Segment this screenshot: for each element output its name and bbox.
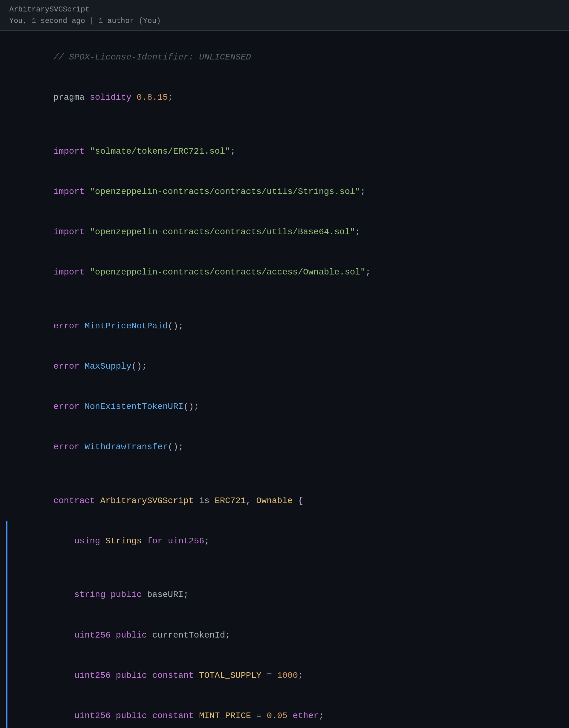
keyword-token: solidity bbox=[90, 93, 131, 102]
code-line bbox=[6, 467, 560, 480]
plain-token bbox=[147, 671, 152, 680]
plain-token bbox=[287, 711, 293, 721]
special-token: TOTAL_SUPPLY bbox=[199, 671, 262, 680]
plain-token bbox=[53, 590, 74, 599]
file-breadcrumb: ArbitrarySVGScript bbox=[9, 5, 90, 14]
keyword-token: import bbox=[53, 187, 85, 196]
string-token: "openzeppelin-contracts/contracts/utils/… bbox=[90, 187, 360, 196]
plain-token: (); bbox=[168, 321, 183, 331]
code-line: error MaxSupply(); bbox=[6, 346, 560, 386]
func-name-token: WithdrawTransfer bbox=[85, 442, 168, 452]
keyword-token: constant bbox=[152, 671, 194, 680]
code-line: import "openzeppelin-contracts/contracts… bbox=[6, 171, 560, 212]
plain-token bbox=[79, 402, 85, 411]
line-text bbox=[9, 292, 560, 306]
plain-token: ; bbox=[318, 711, 324, 721]
plain-token bbox=[163, 536, 168, 546]
code-line bbox=[6, 292, 560, 306]
plain-token bbox=[85, 267, 90, 277]
line-gutter bbox=[6, 171, 9, 212]
special-token: MINT_PRICE bbox=[199, 711, 251, 721]
code-line: pragma solidity 0.8.15; bbox=[6, 77, 560, 118]
line-gutter bbox=[6, 467, 9, 480]
plain-token bbox=[111, 671, 116, 680]
line-gutter bbox=[6, 387, 9, 427]
plain-token: ; bbox=[298, 671, 303, 680]
line-gutter bbox=[6, 615, 9, 655]
code-line: import "openzeppelin-contracts/contracts… bbox=[6, 252, 560, 292]
code-line: string public baseURI; bbox=[6, 575, 560, 615]
func-name-token: MintPriceNotPaid bbox=[85, 321, 168, 331]
keyword-token: using bbox=[74, 536, 100, 546]
line-text: error MintPriceNotPaid(); bbox=[9, 306, 560, 346]
line-text: uint256 public currentTokenId; bbox=[9, 615, 560, 655]
type-token: ArbitrarySVGScript bbox=[100, 496, 194, 506]
code-line: error WithdrawTransfer(); bbox=[6, 427, 560, 467]
code-line bbox=[6, 561, 560, 575]
plain-token bbox=[142, 536, 147, 546]
line-gutter bbox=[6, 292, 9, 306]
plain-token: ; bbox=[204, 536, 210, 546]
line-text: // SPDX-License-Identifier: UNLICENSED bbox=[9, 37, 560, 77]
plain-token bbox=[105, 590, 111, 599]
line-gutter bbox=[6, 131, 9, 171]
code-editor: ArbitrarySVGScript You, 1 second ago | 1… bbox=[0, 0, 569, 728]
string-token: "openzeppelin-contracts/contracts/utils/… bbox=[90, 227, 355, 237]
plain-token: , bbox=[246, 496, 256, 506]
plain-token: currentTokenId; bbox=[147, 630, 230, 640]
keyword-token: for bbox=[147, 536, 163, 546]
code-line bbox=[6, 118, 560, 131]
number-token: 0.05 bbox=[267, 711, 287, 721]
keyword-token: import bbox=[53, 147, 85, 156]
line-text: import "openzeppelin-contracts/contracts… bbox=[9, 171, 560, 212]
plain-token: ; bbox=[360, 187, 365, 196]
line-text bbox=[9, 467, 560, 480]
line-text bbox=[9, 118, 560, 131]
line-text: error WithdrawTransfer(); bbox=[9, 427, 560, 467]
type-token: ERC721 bbox=[215, 496, 246, 506]
number-token: 0.8.15 bbox=[137, 93, 168, 102]
plain-token: (); bbox=[131, 362, 147, 371]
code-line: import "solmate/tokens/ERC721.sol"; bbox=[6, 131, 560, 171]
keyword-token: error bbox=[53, 442, 79, 452]
plain-token: ; bbox=[230, 147, 236, 156]
plain-token: is bbox=[194, 496, 215, 506]
code-line: error MintPriceNotPaid(); bbox=[6, 306, 560, 346]
comment-token: // SPDX-License-Identifier: UNLICENSED bbox=[53, 52, 251, 62]
type-token: Strings bbox=[105, 536, 142, 546]
code-line: error NonExistentTokenURI(); bbox=[6, 387, 560, 427]
line-gutter bbox=[6, 655, 9, 695]
plain-token bbox=[85, 227, 90, 237]
plain-token bbox=[194, 711, 199, 721]
plain-token bbox=[79, 362, 85, 371]
plain-token bbox=[85, 147, 90, 156]
keyword-token: string bbox=[74, 590, 106, 599]
blame-meta: You, 1 second ago | 1 author (You) bbox=[9, 17, 161, 25]
string-token: "openzeppelin-contracts/contracts/access… bbox=[90, 267, 365, 277]
func-name-token: MaxSupply bbox=[85, 362, 131, 371]
keyword-token: error bbox=[53, 362, 79, 371]
plain-token: ; bbox=[365, 267, 371, 277]
keyword-token: public bbox=[116, 630, 147, 640]
line-text: contract ArbitrarySVGScript is ERC721, O… bbox=[9, 480, 560, 521]
line-text bbox=[9, 561, 560, 575]
keyword-token: uint256 bbox=[168, 536, 204, 546]
line-text: import "openzeppelin-contracts/contracts… bbox=[9, 212, 560, 252]
plain-token: baseURI; bbox=[142, 590, 189, 599]
line-gutter bbox=[6, 118, 9, 131]
code-line: // SPDX-License-Identifier: UNLICENSED bbox=[6, 37, 560, 77]
line-gutter bbox=[6, 521, 9, 561]
line-gutter bbox=[6, 346, 9, 386]
plain-token bbox=[111, 711, 116, 721]
plain-token bbox=[53, 630, 74, 640]
plain-token: = bbox=[262, 671, 277, 680]
keyword-token: uint256 bbox=[74, 711, 111, 721]
keyword-token: constant bbox=[152, 711, 194, 721]
plain-token bbox=[95, 496, 100, 506]
keyword-token: public bbox=[111, 590, 142, 599]
plain-token: ; bbox=[355, 227, 360, 237]
plain-token bbox=[85, 187, 90, 196]
plain-token bbox=[79, 321, 85, 331]
plain-token bbox=[53, 536, 74, 546]
number-token: 1000 bbox=[277, 671, 298, 680]
